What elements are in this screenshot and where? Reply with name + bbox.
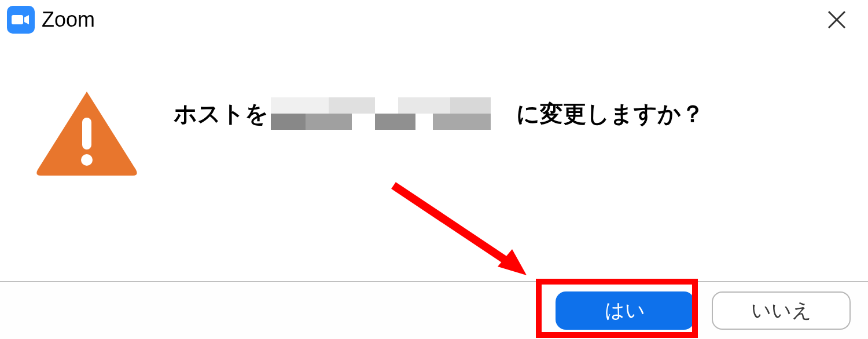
yes-button[interactable]: はい	[556, 291, 694, 330]
warning-icon	[35, 86, 139, 181]
close-button[interactable]	[823, 6, 851, 34]
dialog-content: ホストを に変更しますか？	[0, 39, 868, 204]
message-prefix: ホストを	[174, 98, 269, 130]
title-bar: Zoom	[0, 0, 868, 39]
message-suffix: に変更しますか？	[516, 98, 704, 130]
close-icon	[826, 9, 847, 30]
zoom-logo-icon	[7, 6, 35, 34]
svg-rect-0	[12, 15, 23, 24]
redacted-username	[271, 97, 514, 130]
svg-point-4	[81, 154, 93, 166]
no-button[interactable]: いいえ	[712, 291, 851, 330]
dialog-message: ホストを に変更しますか？	[174, 86, 704, 130]
svg-marker-6	[498, 249, 527, 275]
svg-rect-3	[82, 118, 91, 150]
button-bar: はい いいえ	[0, 281, 868, 339]
app-title: Zoom	[42, 8, 95, 32]
